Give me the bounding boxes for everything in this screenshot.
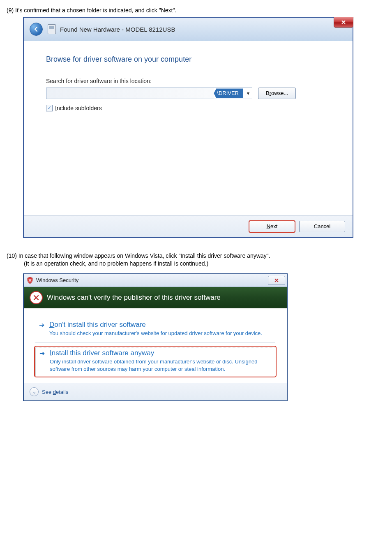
arrow-right-icon: ➔ [38,349,46,372]
expand-details-button[interactable]: ⌄ [30,387,39,396]
option-description: Only install driver software obtained fr… [50,358,272,372]
page-heading: Browse for driver software on your compu… [46,55,334,64]
security-close-button[interactable] [268,276,285,285]
hardware-icon [48,24,56,34]
security-footer: ⌄ See details [24,383,287,400]
checkbox-checked-icon [46,105,53,111]
option-dont-install[interactable]: ➔ Don't install this driver software You… [35,319,275,340]
location-combobox[interactable]: \DRIVER ▼ [46,88,252,99]
window-footer: Next Cancel [24,215,353,237]
divider [35,342,275,343]
windows-security-window: Windows Security Windows can't verify th… [23,273,288,402]
security-body: ➔ Don't install this driver software You… [24,308,287,383]
close-icon [341,20,346,25]
cancel-button[interactable]: Cancel [299,221,345,232]
arrow-right-icon: ➔ [38,321,45,337]
option-description: You should check your manufacturer's web… [49,330,273,337]
banner-text: Windows can't verify the publisher of th… [47,294,221,302]
window-body: Browse for driver software on your compu… [24,41,353,215]
found-new-hardware-window: Found New Hardware - MODEL 8212USB Brows… [23,17,353,238]
error-circle-icon [30,291,43,304]
close-icon [274,278,279,283]
step10-subtext: (It is an operation check, and no proble… [24,260,385,268]
see-details-link[interactable]: See details [42,389,68,395]
step10-text: (10) In case that following window appea… [7,252,385,260]
step9-text: (9) It's confirmed that a chosen folder … [7,7,385,14]
security-titlebar: Windows Security [24,274,287,287]
search-location-label: Search for driver software in this locat… [46,78,334,84]
security-banner: Windows can't verify the publisher of th… [24,287,287,308]
dropdown-arrow-icon[interactable]: ▼ [244,91,252,96]
option-title: Don't install this driver software [49,321,273,329]
location-path-blurred [46,88,214,99]
option-title: Install this driver software anyway [50,349,272,357]
driver-path-highlight: \DRIVER [214,88,243,98]
window-title: Found New Hardware - MODEL 8212USB [60,25,175,32]
security-window-title: Windows Security [36,277,78,283]
option-install-anyway[interactable]: ➔ Install this driver software anyway On… [35,347,275,376]
chevron-down-icon: ⌄ [32,389,36,395]
close-button[interactable] [334,17,353,28]
titlebar: Found New Hardware - MODEL 8212USB [24,18,353,41]
back-button[interactable] [30,23,43,36]
next-button[interactable]: Next [249,221,295,232]
browse-button[interactable]: Browse... [258,88,296,99]
shield-icon [26,277,34,284]
include-subfolders-checkbox[interactable]: Include subfolders [46,105,334,111]
back-arrow-icon [33,26,39,32]
